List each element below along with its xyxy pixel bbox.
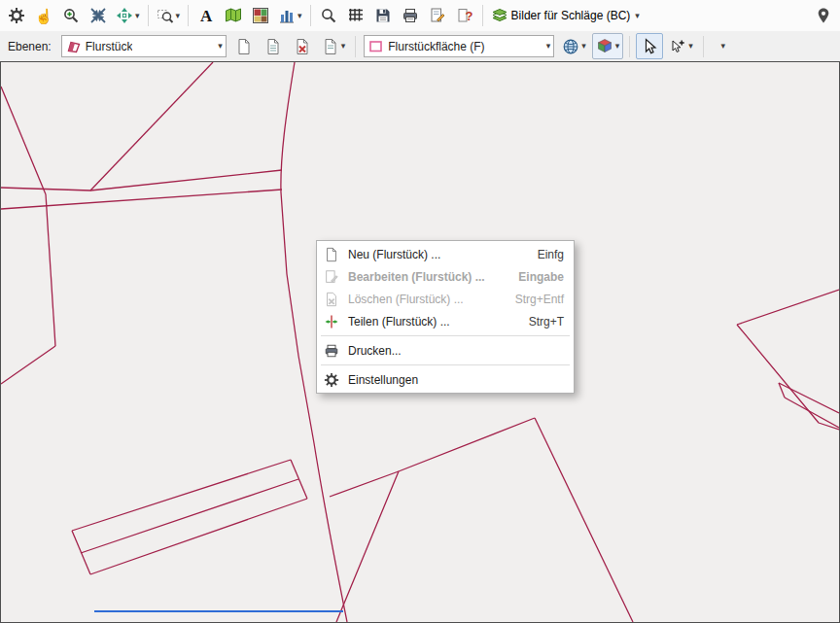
menu-item-print[interactable]: Drucken... — [317, 339, 574, 362]
edit-document-button[interactable] — [424, 3, 451, 29]
move-tool-dropdown-caret[interactable]: ▾ — [134, 12, 141, 20]
new-feature-button[interactable] — [230, 33, 258, 59]
search-icon — [319, 6, 338, 25]
parcel-layer-icon — [66, 39, 82, 54]
more-tools-caret: ▾ — [720, 42, 727, 51]
split-parcel-icon — [322, 314, 341, 329]
toolbar-separator — [629, 36, 630, 57]
help-icon: ? — [455, 6, 474, 25]
select-plus-tool-button[interactable]: ▾ — [665, 33, 697, 59]
basemap-button[interactable]: ▾ — [558, 33, 590, 59]
chart-dropdown-caret[interactable]: ▾ — [297, 12, 303, 20]
select-plus-dropdown-caret[interactable]: ▾ — [687, 42, 694, 51]
new-document-icon — [322, 247, 341, 262]
new-document-icon — [234, 37, 254, 56]
toolbar-separator — [703, 36, 704, 57]
layer-combobox-value: Flurstück — [86, 40, 133, 53]
more-tools-dropdown[interactable]: ▾ — [710, 33, 737, 59]
map-icon — [224, 6, 243, 25]
toolbar-separator — [355, 36, 356, 57]
view-3d-button[interactable]: ▾ — [592, 33, 624, 59]
pan-tool-button[interactable]: ☝ — [30, 3, 57, 29]
zoom-region-dropdown-caret[interactable]: ▾ — [175, 12, 182, 20]
layers-label: Ebenen: — [8, 40, 52, 53]
context-menu: Neu (Flurstück) ... Einfg Bearbeiten (Fl… — [316, 240, 575, 394]
edit-document-icon — [322, 269, 341, 285]
menu-item-delete[interactable]: Löschen (Flurstück) ... Strg+Entf — [317, 288, 574, 310]
gear-icon — [322, 372, 341, 388]
grid-icon — [346, 6, 366, 25]
menu-item-settings[interactable]: Einstellungen — [317, 368, 574, 391]
zoom-region-button[interactable]: ▾ — [153, 3, 185, 29]
menu-item-split[interactable]: Teilen (Flurstück) ... Strg+T — [317, 310, 574, 332]
area-symbol-icon — [368, 39, 384, 54]
thematic-grid-icon — [251, 6, 270, 25]
printer-icon — [322, 343, 341, 359]
bar-chart-icon — [277, 6, 297, 25]
layers-icon — [490, 6, 509, 25]
printer-icon — [401, 6, 420, 25]
table-grid-button[interactable] — [342, 3, 369, 29]
images-layer-dropdown[interactable]: Bilder für Schläge (BC) ▾ — [487, 3, 644, 29]
label-tool-icon: A — [196, 6, 216, 25]
gis-app-window: { "toolbar_top": { "images_layer_dropdow… — [0, 0, 840, 623]
context-help-button[interactable]: ? — [451, 3, 478, 29]
zoom-region-icon — [156, 6, 175, 25]
feature-type-combobox-value: Flurstückfläche (F) — [388, 40, 484, 53]
svg-text:?: ? — [465, 9, 472, 23]
toolbar-separator — [148, 5, 149, 26]
gear-icon — [7, 6, 26, 25]
move-arrows-icon — [115, 6, 134, 25]
zoom-in-button[interactable] — [57, 3, 85, 29]
layer-combobox[interactable]: Flurstück ▾ — [61, 35, 227, 57]
feature-actions-caret[interactable]: ▾ — [340, 42, 347, 51]
hand-pointer-icon: ☝ — [34, 6, 53, 25]
move-tool-button[interactable]: ▾ — [112, 3, 144, 29]
menu-separator — [321, 364, 570, 365]
zoom-in-icon — [61, 6, 81, 25]
edit-feature-button[interactable] — [260, 33, 287, 59]
toolbar-separator — [482, 5, 483, 26]
delete-document-icon — [322, 292, 341, 307]
layers-toolbar: Ebenen: Flurstück ▾ ▾ Flurstückfläche ( — [0, 31, 840, 61]
map-view-button[interactable] — [220, 3, 247, 29]
toolbar-separator — [310, 5, 311, 26]
labels-button[interactable]: A — [192, 3, 220, 29]
delete-feature-button[interactable] — [289, 33, 316, 59]
feature-type-combobox[interactable]: Flurstückfläche (F) ▾ — [364, 35, 554, 57]
menu-separator — [321, 335, 570, 336]
search-button[interactable] — [315, 3, 342, 29]
zoom-fit-button[interactable] — [85, 3, 112, 29]
globe-icon — [561, 37, 580, 56]
select-tool-button[interactable] — [636, 33, 663, 59]
basemap-dropdown-caret[interactable]: ▾ — [580, 42, 587, 51]
main-toolbar: ☝ ▾ ▾ A — [0, 0, 840, 31]
fit-extent-icon — [88, 6, 108, 25]
menu-item-new[interactable]: Neu (Flurstück) ... Einfg — [317, 243, 574, 265]
toolbar-separator — [188, 5, 189, 26]
delete-document-icon — [293, 37, 312, 56]
feature-actions-button[interactable]: ▾ — [318, 33, 350, 59]
document-menu-icon — [321, 37, 340, 56]
print-button[interactable] — [397, 3, 424, 29]
save-floppy-icon — [373, 6, 393, 25]
view-3d-dropdown-caret[interactable]: ▾ — [614, 42, 621, 51]
chart-button[interactable]: ▾ — [274, 3, 306, 29]
feature-type-combobox-caret[interactable]: ▾ — [545, 42, 552, 51]
thematic-map-button[interactable] — [247, 3, 274, 29]
menu-item-edit[interactable]: Bearbeiten (Flurstück) ... Eingabe — [317, 265, 574, 288]
settings-button[interactable] — [3, 3, 30, 29]
location-pin-icon — [814, 6, 833, 25]
images-layer-dropdown-label: Bilder für Schläge (BC) — [511, 9, 631, 22]
cube-icon — [595, 37, 614, 56]
edit-document-icon — [428, 6, 447, 25]
cursor-icon — [640, 37, 659, 56]
location-button[interactable] — [810, 3, 837, 29]
save-button[interactable] — [369, 3, 397, 29]
layer-combobox-caret[interactable]: ▾ — [217, 42, 224, 51]
images-layer-dropdown-caret: ▾ — [634, 12, 641, 20]
cursor-plus-icon — [668, 37, 687, 56]
document-lines-icon — [263, 37, 283, 56]
